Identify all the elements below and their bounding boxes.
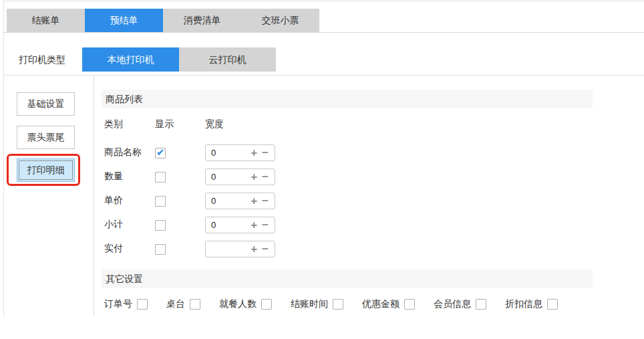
- discount-amount-checkbox[interactable]: [404, 299, 415, 310]
- printer-type-label: 打印机类型: [19, 54, 65, 66]
- decrease-icon[interactable]: −: [262, 195, 269, 207]
- width-input[interactable]: 0: [206, 196, 251, 206]
- item-label: 桌台: [166, 298, 185, 310]
- item-label: 就餐人数: [219, 298, 257, 310]
- increase-icon[interactable]: +: [251, 147, 257, 158]
- row-label: 数量: [102, 171, 155, 183]
- increase-icon[interactable]: +: [251, 195, 257, 207]
- tab-pre-settlement-bill[interactable]: 预结单: [85, 9, 163, 32]
- local-printer-button[interactable]: 本地打印机: [82, 47, 179, 72]
- decrease-icon[interactable]: −: [262, 147, 269, 158]
- tab-checkout-bill[interactable]: 结账单: [7, 9, 85, 32]
- product-row-unit-price: 单价 0 + −: [102, 192, 275, 209]
- sidebar-item-print-detail[interactable]: 打印明细: [17, 158, 75, 182]
- product-row-paid: 实付 + −: [102, 240, 275, 257]
- product-list-column-headers: 类别 显示 宽度: [102, 118, 279, 130]
- sidebar-item-basic-settings[interactable]: 基础设置: [17, 92, 75, 116]
- row-label: 小计: [102, 219, 155, 231]
- sidebar-item-header-footer[interactable]: 票头票尾: [17, 126, 75, 149]
- row-label: 单价: [102, 195, 155, 207]
- item-label: 折扣信息: [505, 298, 542, 310]
- other-item-discount-amount: 优惠金额: [362, 298, 415, 310]
- increase-icon[interactable]: +: [251, 243, 257, 255]
- row-label: 实付: [102, 243, 155, 255]
- width-stepper: 0 + −: [205, 144, 275, 161]
- width-input[interactable]: 0: [206, 220, 251, 230]
- product-row-quantity: 数量 0 + −: [102, 168, 275, 185]
- width-stepper: 0 + −: [205, 217, 275, 233]
- section-top-divider: [3, 75, 644, 76]
- other-item-table: 桌台: [166, 298, 200, 310]
- sidebar-content-divider: [94, 75, 94, 316]
- order-no-checkbox[interactable]: [137, 299, 148, 310]
- other-item-discount-info: 折扣信息: [505, 298, 558, 310]
- width-stepper: 0 + −: [205, 168, 275, 185]
- show-checkbox[interactable]: [155, 220, 166, 231]
- other-item-checkout-time: 结账时间: [291, 298, 343, 310]
- other-item-diner-count: 就餐人数: [219, 298, 272, 310]
- tabs-bottom-divider: [3, 32, 644, 33]
- product-row-name: 商品名称 0 + −: [102, 144, 275, 161]
- decrease-icon[interactable]: −: [262, 171, 269, 183]
- left-border: [3, 1, 4, 316]
- printer-settings-page: 结账单 预结单 消费清单 交班小票 打印机类型 本地打印机 云打印机 基础设置 …: [0, 0, 644, 339]
- tab-shift-receipt[interactable]: 交班小票: [241, 9, 319, 32]
- top-border: [3, 1, 644, 1]
- printer-type-toggle: 本地打印机 云打印机: [82, 47, 276, 72]
- item-label: 优惠金额: [362, 298, 399, 310]
- item-label: 结账时间: [291, 298, 328, 310]
- discount-info-checkbox[interactable]: [547, 299, 558, 310]
- item-label: 会员信息: [434, 298, 471, 310]
- item-label: 订单号: [104, 298, 132, 310]
- diner-count-checkbox[interactable]: [261, 299, 272, 310]
- column-header-width: 宽度: [205, 118, 279, 130]
- other-item-member-info: 会员信息: [434, 298, 486, 310]
- product-list-section-title: 商品列表: [102, 90, 593, 108]
- product-row-subtotal: 小计 0 + −: [102, 216, 275, 233]
- decrease-icon[interactable]: −: [262, 219, 269, 231]
- width-stepper: + −: [205, 241, 275, 257]
- increase-icon[interactable]: +: [251, 171, 257, 183]
- show-checkbox[interactable]: [155, 148, 166, 158]
- show-checkbox[interactable]: [155, 172, 166, 183]
- other-item-order-no: 订单号: [104, 298, 148, 310]
- member-info-checkbox[interactable]: [476, 299, 486, 310]
- show-checkbox[interactable]: [155, 244, 166, 255]
- column-header-show: 显示: [155, 118, 205, 130]
- other-settings-row: 订单号 桌台 就餐人数 结账时间 优惠金额 会员信息 折扣信息: [104, 298, 558, 310]
- width-input[interactable]: 0: [206, 172, 251, 182]
- width-stepper: 0 + −: [205, 193, 275, 209]
- row-label: 商品名称: [102, 146, 155, 158]
- show-checkbox[interactable]: [155, 196, 166, 207]
- checkout-time-checkbox[interactable]: [333, 299, 343, 310]
- receipt-type-tabs: 结账单 预结单 消费清单 交班小票: [7, 9, 319, 32]
- cloud-printer-button[interactable]: 云打印机: [179, 47, 276, 72]
- width-input[interactable]: 0: [206, 148, 251, 158]
- increase-icon[interactable]: +: [251, 219, 257, 231]
- other-settings-section-title: 其它设置: [102, 269, 593, 288]
- column-header-category: 类别: [102, 118, 155, 130]
- table-checkbox[interactable]: [190, 299, 200, 310]
- tab-consumption-list[interactable]: 消费清单: [163, 9, 241, 32]
- decrease-icon[interactable]: −: [262, 243, 269, 255]
